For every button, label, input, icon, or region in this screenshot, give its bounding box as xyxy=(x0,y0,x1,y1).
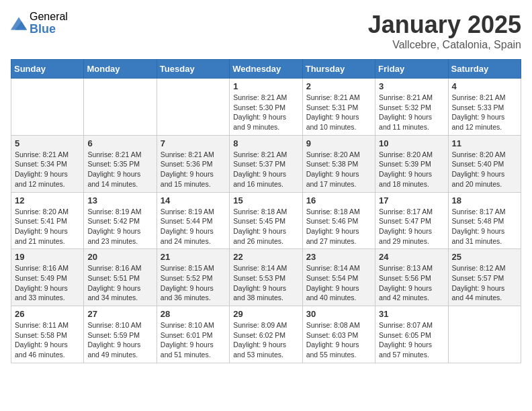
day-info: Sunrise: 8:19 AMSunset: 5:42 PMDaylight:… xyxy=(87,207,152,246)
page-header: General Blue January 2025 Vallcebre, Cat… xyxy=(11,11,521,51)
location-title: Vallcebre, Catalonia, Spain xyxy=(368,39,521,51)
calendar-cell: 21Sunrise: 8:15 AMSunset: 5:52 PMDayligh… xyxy=(157,249,229,306)
day-number: 24 xyxy=(379,252,444,262)
calendar-week-row: 19Sunrise: 8:16 AMSunset: 5:49 PMDayligh… xyxy=(11,249,521,306)
day-info: Sunrise: 8:19 AMSunset: 5:44 PMDaylight:… xyxy=(161,207,226,246)
weekday-header: Thursday xyxy=(302,60,375,79)
calendar-cell: 19Sunrise: 8:16 AMSunset: 5:49 PMDayligh… xyxy=(11,249,84,306)
calendar-cell: 14Sunrise: 8:19 AMSunset: 5:44 PMDayligh… xyxy=(157,192,229,249)
day-number: 26 xyxy=(15,309,80,319)
logo-general: General xyxy=(30,11,68,23)
day-number: 29 xyxy=(233,309,298,319)
day-number: 7 xyxy=(161,138,226,148)
day-info: Sunrise: 8:21 AMSunset: 5:33 PMDaylight:… xyxy=(452,93,517,132)
calendar-cell: 2Sunrise: 8:21 AMSunset: 5:31 PMDaylight… xyxy=(302,79,375,136)
day-number: 12 xyxy=(15,195,80,205)
calendar-cell: 23Sunrise: 8:14 AMSunset: 5:54 PMDayligh… xyxy=(302,249,375,306)
calendar-cell: 13Sunrise: 8:19 AMSunset: 5:42 PMDayligh… xyxy=(84,192,157,249)
calendar-cell: 27Sunrise: 8:10 AMSunset: 5:59 PMDayligh… xyxy=(84,306,157,363)
weekday-header-row: SundayMondayTuesdayWednesdayThursdayFrid… xyxy=(11,60,521,79)
day-info: Sunrise: 8:08 AMSunset: 6:03 PMDaylight:… xyxy=(306,320,371,360)
logo-text: General Blue xyxy=(30,11,68,36)
day-info: Sunrise: 8:21 AMSunset: 5:35 PMDaylight:… xyxy=(87,150,152,189)
calendar-table: SundayMondayTuesdayWednesdayThursdayFrid… xyxy=(11,59,521,363)
weekday-header: Tuesday xyxy=(157,60,229,79)
weekday-header: Monday xyxy=(84,60,157,79)
day-number: 22 xyxy=(233,252,298,262)
day-number: 28 xyxy=(161,309,226,319)
weekday-header: Wednesday xyxy=(230,60,302,79)
weekday-header: Saturday xyxy=(448,60,521,79)
calendar-cell: 11Sunrise: 8:20 AMSunset: 5:40 PMDayligh… xyxy=(448,135,521,192)
day-info: Sunrise: 8:14 AMSunset: 5:53 PMDaylight:… xyxy=(233,263,298,303)
day-info: Sunrise: 8:18 AMSunset: 5:45 PMDaylight:… xyxy=(233,207,298,246)
calendar-cell: 6Sunrise: 8:21 AMSunset: 5:35 PMDaylight… xyxy=(84,135,157,192)
calendar-cell: 24Sunrise: 8:13 AMSunset: 5:56 PMDayligh… xyxy=(375,249,448,306)
calendar-cell: 12Sunrise: 8:20 AMSunset: 5:41 PMDayligh… xyxy=(11,192,84,249)
day-info: Sunrise: 8:07 AMSunset: 6:05 PMDaylight:… xyxy=(379,320,444,360)
day-number: 6 xyxy=(87,138,152,148)
calendar-cell: 15Sunrise: 8:18 AMSunset: 5:45 PMDayligh… xyxy=(230,192,302,249)
day-info: Sunrise: 8:21 AMSunset: 5:36 PMDaylight:… xyxy=(161,150,226,189)
calendar-cell: 26Sunrise: 8:11 AMSunset: 5:58 PMDayligh… xyxy=(11,306,84,363)
day-number: 15 xyxy=(233,195,298,205)
day-number: 2 xyxy=(306,81,371,91)
day-number: 5 xyxy=(15,138,80,148)
day-info: Sunrise: 8:10 AMSunset: 6:01 PMDaylight:… xyxy=(161,320,226,360)
day-info: Sunrise: 8:20 AMSunset: 5:40 PMDaylight:… xyxy=(452,150,517,189)
calendar-week-row: 5Sunrise: 8:21 AMSunset: 5:34 PMDaylight… xyxy=(11,135,521,192)
day-number: 19 xyxy=(15,252,80,262)
day-number: 4 xyxy=(452,81,517,91)
calendar-cell xyxy=(157,79,229,136)
month-title: January 2025 xyxy=(368,11,521,39)
calendar-cell: 8Sunrise: 8:21 AMSunset: 5:37 PMDaylight… xyxy=(230,135,302,192)
day-number: 25 xyxy=(452,252,517,262)
day-info: Sunrise: 8:12 AMSunset: 5:57 PMDaylight:… xyxy=(452,263,517,303)
day-number: 21 xyxy=(161,252,226,262)
calendar-cell xyxy=(448,306,521,363)
day-number: 16 xyxy=(306,195,371,205)
calendar-cell: 7Sunrise: 8:21 AMSunset: 5:36 PMDaylight… xyxy=(157,135,229,192)
day-info: Sunrise: 8:21 AMSunset: 5:37 PMDaylight:… xyxy=(233,150,298,189)
day-info: Sunrise: 8:17 AMSunset: 5:48 PMDaylight:… xyxy=(452,207,517,246)
day-number: 27 xyxy=(87,309,152,319)
day-info: Sunrise: 8:10 AMSunset: 5:59 PMDaylight:… xyxy=(87,320,152,360)
day-info: Sunrise: 8:21 AMSunset: 5:31 PMDaylight:… xyxy=(306,93,371,132)
day-info: Sunrise: 8:14 AMSunset: 5:54 PMDaylight:… xyxy=(306,263,371,303)
day-info: Sunrise: 8:21 AMSunset: 5:34 PMDaylight:… xyxy=(15,150,80,189)
title-section: January 2025 Vallcebre, Catalonia, Spain xyxy=(368,11,521,51)
day-number: 13 xyxy=(87,195,152,205)
calendar-cell: 16Sunrise: 8:18 AMSunset: 5:46 PMDayligh… xyxy=(302,192,375,249)
calendar-cell: 17Sunrise: 8:17 AMSunset: 5:47 PMDayligh… xyxy=(375,192,448,249)
day-info: Sunrise: 8:09 AMSunset: 6:02 PMDaylight:… xyxy=(233,320,298,360)
day-number: 1 xyxy=(233,81,298,91)
day-info: Sunrise: 8:16 AMSunset: 5:51 PMDaylight:… xyxy=(87,263,152,303)
calendar-cell: 22Sunrise: 8:14 AMSunset: 5:53 PMDayligh… xyxy=(230,249,302,306)
day-number: 9 xyxy=(306,138,371,148)
day-number: 3 xyxy=(379,81,444,91)
day-number: 31 xyxy=(379,309,444,319)
day-info: Sunrise: 8:17 AMSunset: 5:47 PMDaylight:… xyxy=(379,207,444,246)
day-number: 17 xyxy=(379,195,444,205)
day-number: 14 xyxy=(161,195,226,205)
day-info: Sunrise: 8:18 AMSunset: 5:46 PMDaylight:… xyxy=(306,207,371,246)
day-info: Sunrise: 8:16 AMSunset: 5:49 PMDaylight:… xyxy=(15,263,80,303)
calendar-week-row: 1Sunrise: 8:21 AMSunset: 5:30 PMDaylight… xyxy=(11,79,521,136)
calendar-cell: 9Sunrise: 8:20 AMSunset: 5:38 PMDaylight… xyxy=(302,135,375,192)
weekday-header: Sunday xyxy=(11,60,84,79)
calendar-cell: 10Sunrise: 8:20 AMSunset: 5:39 PMDayligh… xyxy=(375,135,448,192)
day-info: Sunrise: 8:20 AMSunset: 5:39 PMDaylight:… xyxy=(379,150,444,189)
day-info: Sunrise: 8:20 AMSunset: 5:38 PMDaylight:… xyxy=(306,150,371,189)
day-info: Sunrise: 8:11 AMSunset: 5:58 PMDaylight:… xyxy=(15,320,80,360)
calendar-cell: 31Sunrise: 8:07 AMSunset: 6:05 PMDayligh… xyxy=(375,306,448,363)
day-info: Sunrise: 8:21 AMSunset: 5:32 PMDaylight:… xyxy=(379,93,444,132)
calendar-cell xyxy=(11,79,84,136)
day-info: Sunrise: 8:20 AMSunset: 5:41 PMDaylight:… xyxy=(15,207,80,246)
logo-blue: Blue xyxy=(30,23,68,36)
day-number: 18 xyxy=(452,195,517,205)
day-info: Sunrise: 8:13 AMSunset: 5:56 PMDaylight:… xyxy=(379,263,444,303)
day-number: 23 xyxy=(306,252,371,262)
calendar-week-row: 26Sunrise: 8:11 AMSunset: 5:58 PMDayligh… xyxy=(11,306,521,363)
logo-icon xyxy=(11,17,27,30)
day-number: 11 xyxy=(452,138,517,148)
